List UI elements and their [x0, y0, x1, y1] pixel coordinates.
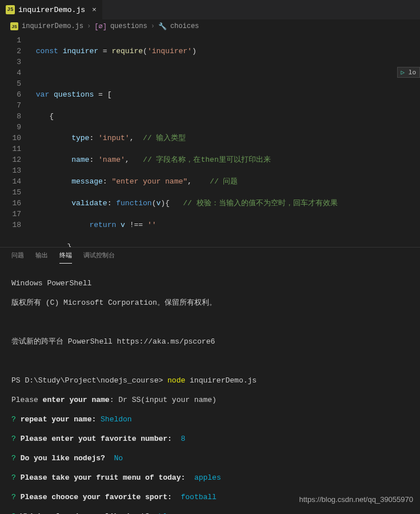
watermark: https://blog.csdn.net/qq_39055970 [299, 495, 414, 504]
terminal[interactable]: Windows PowerShell 版权所有 (C) Microsoft Co… [0, 264, 420, 514]
terminal-line: ? Please take your fruit menu of today: … [11, 473, 409, 483]
terminal-line: Please enter your name: Dr SS(input your… [11, 395, 409, 405]
breadcrumb-symbol[interactable]: choices [170, 22, 199, 30]
tab-output[interactable]: 输出 [35, 251, 48, 263]
terminal-line: ? repeat your name: Sheldon [11, 415, 409, 424]
tab-terminal[interactable]: 终端 [59, 251, 72, 264]
chevron-right-icon: › [151, 22, 155, 30]
breadcrumb-file[interactable]: inquirerDemo.js [22, 22, 83, 30]
panel-tabs: 问题 输出 终端 调试控制台 [0, 247, 420, 264]
property-icon: 🔧 [158, 22, 167, 31]
breadcrumb[interactable]: JS inquirerDemo.js › [∅] questions › 🔧 c… [0, 20, 420, 33]
tab-bar: JS inquirerDemo.js × [0, 0, 420, 20]
close-icon[interactable]: × [92, 6, 97, 14]
tab-filename: inquirerDemo.js [18, 6, 85, 14]
code-content[interactable]: const inquirer = require('inquirer') var… [31, 33, 420, 247]
terminal-line: ? Which color do you like best? blue [11, 512, 409, 514]
js-file-icon: JS [10, 22, 18, 30]
breadcrumb-symbol[interactable]: questions [110, 22, 147, 30]
variable-icon: [∅] [94, 22, 107, 31]
terminal-line: 版权所有 (C) Microsoft Corporation。保留所有权利。 [11, 298, 409, 308]
js-file-icon: JS [6, 5, 15, 14]
terminal-line: 尝试新的跨平台 PowerShell https://aka.ms/pscore… [11, 337, 409, 346]
terminal-line: ? Please enter yout favorite number: 8 [11, 434, 409, 444]
terminal-line: ? Do you like nodejs? No [11, 453, 409, 463]
code-editor[interactable]: ▷ lo 123456789101112131415161718 const i… [0, 33, 420, 247]
tab-problems[interactable]: 问题 [11, 251, 24, 263]
terminal-line: Windows PowerShell [11, 278, 409, 288]
line-numbers: 123456789101112131415161718 [0, 33, 31, 247]
terminal-line: PS D:\Study\Project\nodejs_course> node … [11, 376, 409, 385]
tab-debug-console[interactable]: 调试控制台 [83, 251, 115, 263]
file-tab[interactable]: JS inquirerDemo.js × [0, 0, 102, 20]
chevron-right-icon: › [87, 22, 91, 30]
